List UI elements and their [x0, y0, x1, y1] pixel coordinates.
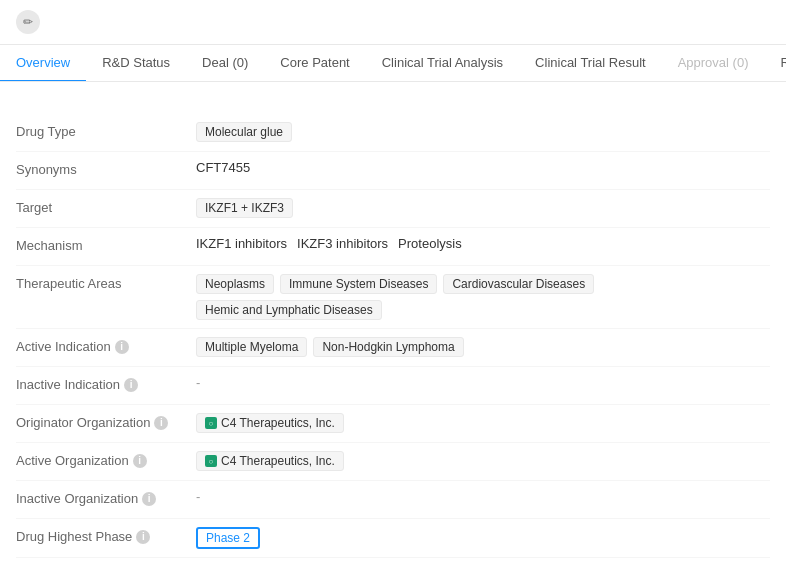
field-label: Active Organizationi [16, 451, 196, 468]
field-label: Target [16, 198, 196, 215]
field-label: Drug Type [16, 122, 196, 139]
org-name: C4 Therapeutics, Inc. [221, 416, 335, 430]
phase-tag: Phase 2 [196, 527, 260, 549]
hint-icon[interactable]: i [115, 340, 129, 354]
tab-deal-0[interactable]: Deal (0) [186, 45, 264, 82]
content-area: Drug TypeMolecular glueSynonymsCFT7455Ta… [0, 82, 786, 565]
info-row: Drug TypeMolecular glue [16, 114, 770, 152]
field-label: Inactive Organizationi [16, 489, 196, 506]
field-label: Active Indicationi [16, 337, 196, 354]
field-label: Originator Organizationi [16, 413, 196, 430]
tag: IKZF1 + IKZF3 [196, 198, 293, 218]
info-table: Drug TypeMolecular glueSynonymsCFT7455Ta… [16, 114, 770, 565]
tag: Cardiovascular Diseases [443, 274, 594, 294]
mechanism-item: IKZF1 inhibitors [196, 236, 287, 251]
field-value: - [196, 375, 770, 390]
info-row: First Approval Date- [16, 558, 770, 565]
field-value: IKZF1 + IKZF3 [196, 198, 770, 218]
org-name: C4 Therapeutics, Inc. [221, 454, 335, 468]
org-icon: ○ [205, 417, 217, 429]
field-value: CFT7455 [196, 160, 770, 175]
info-row: Inactive Indicationi- [16, 367, 770, 405]
tag: Molecular glue [196, 122, 292, 142]
page-header: ✏ [0, 0, 786, 45]
org-icon: ○ [205, 455, 217, 467]
info-row: Originator Organizationi○C4 Therapeutics… [16, 405, 770, 443]
hint-icon[interactable]: i [133, 454, 147, 468]
hint-icon[interactable]: i [154, 416, 168, 430]
info-row: Therapeutic AreasNeoplasmsImmune System … [16, 266, 770, 329]
nav-tabs: OverviewR&D StatusDeal (0)Core PatentCli… [0, 45, 786, 82]
tag: Immune System Diseases [280, 274, 437, 294]
field-value: ○C4 Therapeutics, Inc. [196, 413, 770, 433]
org-tag: ○C4 Therapeutics, Inc. [196, 413, 344, 433]
field-value: ○C4 Therapeutics, Inc. [196, 451, 770, 471]
tab-core-patent[interactable]: Core Patent [264, 45, 365, 82]
hint-icon[interactable]: i [124, 378, 138, 392]
empty-value: - [196, 375, 200, 390]
empty-value: - [196, 489, 200, 504]
field-value: Phase 2 [196, 527, 770, 549]
edit-icon: ✏ [16, 10, 40, 34]
field-label: Mechanism [16, 236, 196, 253]
tab-approval-0: Approval (0) [662, 45, 765, 82]
info-row: Active IndicationiMultiple MyelomaNon-Ho… [16, 329, 770, 367]
info-row: SynonymsCFT7455 [16, 152, 770, 190]
mechanism-item: IKZF3 inhibitors [297, 236, 388, 251]
tag: Non-Hodgkin Lymphoma [313, 337, 463, 357]
field-label: Synonyms [16, 160, 196, 177]
tab-overview[interactable]: Overview [0, 45, 86, 82]
tab-r&d-status[interactable]: R&D Status [86, 45, 186, 82]
field-label: Inactive Indicationi [16, 375, 196, 392]
field-value: Molecular glue [196, 122, 770, 142]
info-row: TargetIKZF1 + IKZF3 [16, 190, 770, 228]
info-row: Active Organizationi○C4 Therapeutics, In… [16, 443, 770, 481]
field-value: IKZF1 inhibitorsIKZF3 inhibitorsProteoly… [196, 236, 770, 251]
tag: Hemic and Lymphatic Diseases [196, 300, 382, 320]
tag: Multiple Myeloma [196, 337, 307, 357]
field-value: NeoplasmsImmune System DiseasesCardiovas… [196, 274, 770, 320]
field-label: Therapeutic Areas [16, 274, 196, 291]
hint-icon[interactable]: i [136, 530, 150, 544]
field-value: - [196, 489, 770, 504]
mechanism-item: Proteolysis [398, 236, 462, 251]
info-row: MechanismIKZF1 inhibitorsIKZF3 inhibitor… [16, 228, 770, 266]
info-row: Drug Highest PhaseiPhase 2 [16, 519, 770, 558]
tab-clinical-trial-result[interactable]: Clinical Trial Result [519, 45, 662, 82]
org-tag: ○C4 Therapeutics, Inc. [196, 451, 344, 471]
field-label: Drug Highest Phasei [16, 527, 196, 544]
hint-icon[interactable]: i [142, 492, 156, 506]
tab-clinical-trial-analysis[interactable]: Clinical Trial Analysis [366, 45, 519, 82]
field-value: Multiple MyelomaNon-Hodgkin Lymphoma [196, 337, 770, 357]
field-text: CFT7455 [196, 160, 250, 175]
tag: Neoplasms [196, 274, 274, 294]
tab-regulation[interactable]: Regulation [764, 45, 786, 82]
info-row: Inactive Organizationi- [16, 481, 770, 519]
